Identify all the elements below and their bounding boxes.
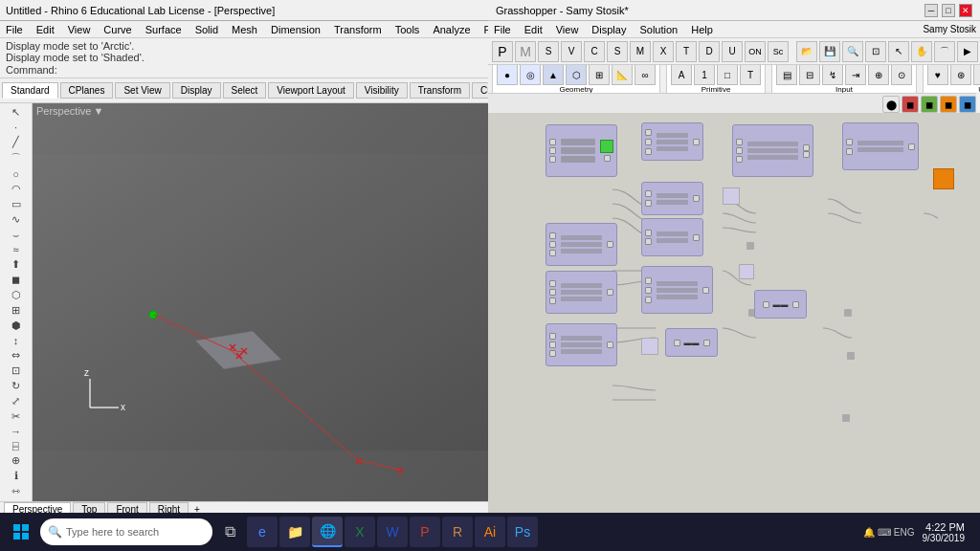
tool-mesh[interactable]: ⬢ [3,319,30,333]
gh-menu-display[interactable]: Display [590,24,628,35]
gh-icon-fit[interactable]: ⊡ [865,41,886,62]
gh-node-12[interactable]: ▬▬ [665,328,718,357]
gh-menu-view[interactable]: View [554,24,581,35]
gh-maximize-btn[interactable]: □ [942,4,955,17]
gh-tb-d[interactable]: D [699,41,720,62]
gh-node-4[interactable] [842,122,919,170]
gh-geo-6[interactable]: 📐 [612,65,633,85]
tool-array[interactable]: ⊡ [3,364,30,378]
gh-close-btn[interactable]: ✕ [959,4,972,17]
gh-small-box-1[interactable] [723,187,740,205]
toolbar-tab-setview[interactable]: Set View [115,82,169,99]
toolbar-tab-select[interactable]: Select [223,82,267,99]
gh-small-box-2[interactable] [739,264,754,279]
gh-menu-help[interactable]: Help [689,24,715,35]
gh-node-6[interactable] [546,223,617,266]
tool-rotate[interactable]: ↻ [3,379,30,393]
start-button[interactable] [4,515,38,549]
gh-node-1[interactable] [546,124,617,177]
menu-edit[interactable]: Edit [34,24,56,35]
toolbar-tab-visibility[interactable]: Visibility [356,82,408,99]
tool-surface[interactable]: ◼ [3,273,30,287]
gh-tb-x[interactable]: X [653,41,674,62]
gh-nav-5[interactable]: ◼ [959,96,976,113]
tool-rectangle[interactable]: ▭ [3,197,30,211]
gh-tb-m2[interactable]: M [630,41,651,62]
gh-icon-zoomin[interactable]: 🔍 [842,41,863,62]
gh-inp-2[interactable]: ⊟ [799,65,820,85]
gh-tb-v[interactable]: V [561,41,582,62]
gh-prim-1[interactable]: A [671,65,692,85]
gh-node-9[interactable] [641,266,713,314]
taskbar-explorer[interactable]: 📁 [279,517,310,547]
gh-nav-4[interactable]: ◼ [940,96,957,113]
tool-extend[interactable]: → [3,425,30,438]
taskbar-search[interactable]: 🔍 Type here to search [40,518,212,545]
taskbar-ps[interactable]: Ps [507,517,538,547]
task-view-btn[interactable]: ⧉ [214,517,245,547]
gh-node-2[interactable] [641,122,703,161]
menu-tools[interactable]: Tools [393,24,422,35]
gh-node-3[interactable] [732,124,813,177]
gh-inp-3[interactable]: ↯ [822,65,843,85]
tool-line[interactable]: ╱ [3,135,30,149]
menu-view[interactable]: View [66,24,93,35]
gh-output-orange[interactable] [933,168,954,189]
gh-util-1[interactable]: ♥ [927,65,948,85]
menu-curve[interactable]: Curve [101,24,133,35]
gh-prim-2[interactable]: 1 [694,65,715,85]
gh-geo-5[interactable]: ⊞ [589,65,610,85]
toolbar-tab-transform[interactable]: Transform [410,82,470,99]
gh-prim-3[interactable]: □ [717,65,738,85]
gh-util-3[interactable]: △ [973,65,980,85]
gh-nav-3[interactable]: ◼ [921,96,938,113]
gh-tb-m[interactable]: M [515,41,536,62]
tool-polyline[interactable]: ⌒ [3,150,30,166]
gh-menu-file[interactable]: File [492,24,513,35]
gh-tb-u[interactable]: U [722,41,743,62]
tool-arc[interactable]: ◠ [3,182,30,196]
gh-icon-save[interactable]: 💾 [819,41,840,62]
tool-select-arrow[interactable]: ↖ [3,105,30,120]
taskbar-powerpoint[interactable]: P [410,517,440,547]
taskbar-rhino[interactable]: R [442,517,473,547]
menu-surface[interactable]: Surface [144,24,184,35]
gh-small-box-3[interactable] [641,338,658,355]
gh-prim-4[interactable]: T [740,65,761,85]
gh-icon-open[interactable]: 📂 [796,41,817,62]
gh-tb-s2[interactable]: S [607,41,628,62]
gh-tb-new[interactable]: P [492,41,513,62]
gh-node-5[interactable] [641,182,703,215]
tool-circle[interactable]: ○ [3,167,30,181]
tool-interpolate[interactable]: ≈ [3,243,30,256]
tool-point[interactable]: · [3,121,30,134]
tool-dim[interactable]: ⇿ [3,484,30,498]
tool-join[interactable]: ⊕ [3,453,30,468]
taskbar-excel[interactable]: X [345,517,375,547]
toolbar-tab-cplanes[interactable]: CPlanes [60,82,114,99]
taskbar-chrome[interactable]: 🌐 [312,517,343,547]
gh-node-7[interactable] [641,218,703,256]
gh-canvas[interactable]: ▬▬ ▬▬ [488,113,980,534]
gh-icon-select[interactable]: ↖ [888,41,909,62]
gh-menu-solution[interactable]: Solution [637,24,679,35]
gh-tb-on[interactable]: ON [745,41,766,62]
gh-nav-1[interactable]: ⬤ [882,96,900,113]
gh-minimize-btn[interactable]: ─ [924,4,938,17]
viewport-perspective[interactable]: Perspective ▼ x z [33,103,488,501]
toolbar-tab-standard[interactable]: Standard [2,82,58,99]
gh-geo-2[interactable]: ◎ [520,65,541,85]
gh-icon-run[interactable]: ▶ [957,41,978,62]
toolbar-tab-display[interactable]: Display [172,82,221,99]
gh-icon-wire[interactable]: ⌒ [934,41,955,62]
toolbar-tab-curvedrawing[interactable]: Curve Drawing [472,82,488,99]
tool-boolean[interactable]: ⊞ [3,303,30,318]
gh-icon-move[interactable]: ✋ [911,41,932,62]
menu-solid[interactable]: Solid [193,24,220,35]
menu-dimension[interactable]: Dimension [269,24,323,35]
tool-trim[interactable]: ✂ [3,409,30,424]
taskbar-ai[interactable]: Ai [475,517,505,547]
gh-inp-5[interactable]: ⊕ [868,65,889,85]
gh-util-2[interactable]: ⊛ [950,65,971,85]
gh-inp-4[interactable]: ⇥ [845,65,866,85]
